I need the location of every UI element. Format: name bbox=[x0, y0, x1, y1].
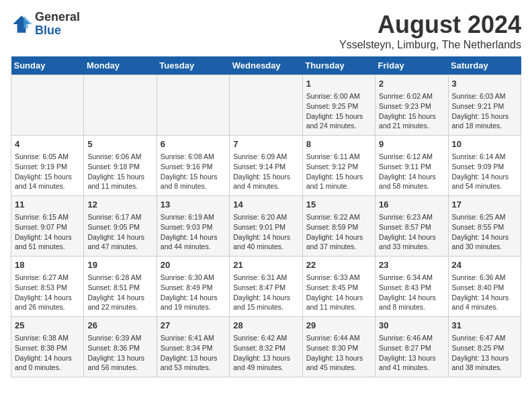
day-number: 20 bbox=[161, 259, 226, 271]
day-number: 28 bbox=[233, 320, 298, 332]
calendar-cell bbox=[84, 75, 157, 136]
calendar-cell bbox=[230, 75, 302, 136]
calendar-cell: 9Sunrise: 6:12 AM Sunset: 9:11 PM Daylig… bbox=[375, 136, 448, 196]
day-info: Sunrise: 6:09 AM Sunset: 9:14 PM Dayligh… bbox=[233, 152, 298, 191]
logo-blue-text: Blue bbox=[35, 24, 80, 38]
day-info: Sunrise: 6:28 AM Sunset: 8:51 PM Dayligh… bbox=[87, 273, 152, 312]
calendar-cell: 23Sunrise: 6:34 AM Sunset: 8:43 PM Dayli… bbox=[375, 257, 448, 317]
calendar-week-row: 4Sunrise: 6:05 AM Sunset: 9:19 PM Daylig… bbox=[11, 136, 521, 196]
day-number: 15 bbox=[306, 199, 371, 211]
calendar-cell: 1Sunrise: 6:00 AM Sunset: 9:25 PM Daylig… bbox=[302, 75, 375, 136]
day-number: 31 bbox=[452, 320, 517, 332]
calendar-cell: 22Sunrise: 6:33 AM Sunset: 8:45 PM Dayli… bbox=[302, 257, 375, 317]
day-info: Sunrise: 6:23 AM Sunset: 8:57 PM Dayligh… bbox=[379, 212, 444, 252]
calendar-cell: 31Sunrise: 6:47 AM Sunset: 8:25 PM Dayli… bbox=[448, 317, 521, 377]
title-block: August 2024 Ysselsteyn, Limburg, The Net… bbox=[339, 11, 521, 51]
logo-text: General Blue bbox=[35, 11, 80, 38]
column-header-friday: Friday bbox=[375, 56, 448, 75]
calendar-cell bbox=[157, 75, 229, 136]
day-number: 22 bbox=[306, 259, 371, 271]
day-info: Sunrise: 6:38 AM Sunset: 8:38 PM Dayligh… bbox=[15, 333, 80, 373]
day-info: Sunrise: 6:14 AM Sunset: 9:09 PM Dayligh… bbox=[452, 152, 517, 191]
day-number: 25 bbox=[15, 320, 80, 332]
day-info: Sunrise: 6:19 AM Sunset: 9:03 PM Dayligh… bbox=[161, 212, 226, 252]
day-number: 23 bbox=[379, 259, 444, 271]
day-number: 10 bbox=[452, 138, 517, 150]
day-info: Sunrise: 6:33 AM Sunset: 8:45 PM Dayligh… bbox=[306, 273, 371, 312]
day-number: 16 bbox=[379, 199, 444, 211]
day-info: Sunrise: 6:25 AM Sunset: 8:55 PM Dayligh… bbox=[452, 212, 517, 252]
day-number: 14 bbox=[233, 199, 298, 211]
calendar-cell: 4Sunrise: 6:05 AM Sunset: 9:19 PM Daylig… bbox=[11, 136, 84, 196]
day-info: Sunrise: 6:02 AM Sunset: 9:23 PM Dayligh… bbox=[379, 91, 444, 131]
calendar-cell: 28Sunrise: 6:42 AM Sunset: 8:32 PM Dayli… bbox=[230, 317, 302, 377]
day-number: 4 bbox=[15, 138, 80, 150]
calendar-cell: 5Sunrise: 6:06 AM Sunset: 9:18 PM Daylig… bbox=[84, 136, 157, 196]
day-number: 18 bbox=[15, 259, 80, 271]
day-info: Sunrise: 6:47 AM Sunset: 8:25 PM Dayligh… bbox=[452, 333, 517, 373]
calendar-cell: 13Sunrise: 6:19 AM Sunset: 9:03 PM Dayli… bbox=[157, 196, 229, 257]
calendar-week-row: 25Sunrise: 6:38 AM Sunset: 8:38 PM Dayli… bbox=[11, 317, 521, 377]
header-row: SundayMondayTuesdayWednesdayThursdayFrid… bbox=[11, 56, 521, 75]
day-number: 3 bbox=[452, 78, 517, 90]
day-info: Sunrise: 6:03 AM Sunset: 9:21 PM Dayligh… bbox=[452, 91, 517, 131]
subtitle: Ysselsteyn, Limburg, The Netherlands bbox=[339, 39, 521, 51]
logo: General Blue bbox=[11, 11, 80, 38]
calendar-cell: 30Sunrise: 6:46 AM Sunset: 8:27 PM Dayli… bbox=[375, 317, 448, 377]
day-info: Sunrise: 6:34 AM Sunset: 8:43 PM Dayligh… bbox=[379, 273, 444, 312]
day-number: 17 bbox=[452, 199, 517, 211]
day-info: Sunrise: 6:00 AM Sunset: 9:25 PM Dayligh… bbox=[306, 91, 371, 131]
day-info: Sunrise: 6:30 AM Sunset: 8:49 PM Dayligh… bbox=[161, 273, 226, 312]
day-info: Sunrise: 6:08 AM Sunset: 9:16 PM Dayligh… bbox=[161, 152, 226, 191]
day-number: 12 bbox=[87, 199, 152, 211]
column-header-sunday: Sunday bbox=[11, 56, 84, 75]
day-info: Sunrise: 6:15 AM Sunset: 9:07 PM Dayligh… bbox=[15, 212, 80, 252]
day-number: 9 bbox=[379, 138, 444, 150]
day-info: Sunrise: 6:05 AM Sunset: 9:19 PM Dayligh… bbox=[15, 152, 80, 191]
day-info: Sunrise: 6:46 AM Sunset: 8:27 PM Dayligh… bbox=[379, 333, 444, 373]
calendar-cell: 6Sunrise: 6:08 AM Sunset: 9:16 PM Daylig… bbox=[157, 136, 229, 196]
calendar-cell: 7Sunrise: 6:09 AM Sunset: 9:14 PM Daylig… bbox=[230, 136, 302, 196]
day-info: Sunrise: 6:11 AM Sunset: 9:12 PM Dayligh… bbox=[306, 152, 371, 191]
day-info: Sunrise: 6:20 AM Sunset: 9:01 PM Dayligh… bbox=[233, 212, 298, 252]
calendar-week-row: 18Sunrise: 6:27 AM Sunset: 8:53 PM Dayli… bbox=[11, 257, 521, 317]
day-number: 19 bbox=[87, 259, 152, 271]
column-header-tuesday: Tuesday bbox=[157, 56, 229, 75]
day-number: 8 bbox=[306, 138, 371, 150]
column-header-wednesday: Wednesday bbox=[230, 56, 302, 75]
logo-general-text: General bbox=[35, 11, 80, 24]
svg-marker-1 bbox=[24, 15, 32, 28]
day-info: Sunrise: 6:44 AM Sunset: 8:30 PM Dayligh… bbox=[306, 333, 371, 373]
calendar-cell: 25Sunrise: 6:38 AM Sunset: 8:38 PM Dayli… bbox=[11, 317, 84, 377]
calendar-cell: 27Sunrise: 6:41 AM Sunset: 8:34 PM Dayli… bbox=[157, 317, 229, 377]
calendar-cell bbox=[11, 75, 84, 136]
column-header-saturday: Saturday bbox=[448, 56, 521, 75]
calendar-cell: 24Sunrise: 6:36 AM Sunset: 8:40 PM Dayli… bbox=[448, 257, 521, 317]
day-number: 29 bbox=[306, 320, 371, 332]
calendar-cell: 14Sunrise: 6:20 AM Sunset: 9:01 PM Dayli… bbox=[230, 196, 302, 257]
calendar-week-row: 11Sunrise: 6:15 AM Sunset: 9:07 PM Dayli… bbox=[11, 196, 521, 257]
day-info: Sunrise: 6:42 AM Sunset: 8:32 PM Dayligh… bbox=[233, 333, 298, 373]
day-info: Sunrise: 6:27 AM Sunset: 8:53 PM Dayligh… bbox=[15, 273, 80, 312]
calendar-cell: 17Sunrise: 6:25 AM Sunset: 8:55 PM Dayli… bbox=[448, 196, 521, 257]
day-number: 2 bbox=[379, 78, 444, 90]
day-number: 13 bbox=[161, 199, 226, 211]
column-header-monday: Monday bbox=[84, 56, 157, 75]
day-info: Sunrise: 6:36 AM Sunset: 8:40 PM Dayligh… bbox=[452, 273, 517, 312]
calendar-cell: 26Sunrise: 6:39 AM Sunset: 8:36 PM Dayli… bbox=[84, 317, 157, 377]
day-number: 6 bbox=[161, 138, 226, 150]
calendar-cell: 2Sunrise: 6:02 AM Sunset: 9:23 PM Daylig… bbox=[375, 75, 448, 136]
day-info: Sunrise: 6:31 AM Sunset: 8:47 PM Dayligh… bbox=[233, 273, 298, 312]
logo-icon bbox=[11, 13, 32, 35]
column-header-thursday: Thursday bbox=[302, 56, 375, 75]
calendar-cell: 12Sunrise: 6:17 AM Sunset: 9:05 PM Dayli… bbox=[84, 196, 157, 257]
day-number: 26 bbox=[87, 320, 152, 332]
day-number: 30 bbox=[379, 320, 444, 332]
day-number: 11 bbox=[15, 199, 80, 211]
day-number: 21 bbox=[233, 259, 298, 271]
day-info: Sunrise: 6:22 AM Sunset: 8:59 PM Dayligh… bbox=[306, 212, 371, 252]
day-number: 27 bbox=[161, 320, 226, 332]
calendar-cell: 20Sunrise: 6:30 AM Sunset: 8:49 PM Dayli… bbox=[157, 257, 229, 317]
day-info: Sunrise: 6:39 AM Sunset: 8:36 PM Dayligh… bbox=[87, 333, 152, 373]
day-info: Sunrise: 6:41 AM Sunset: 8:34 PM Dayligh… bbox=[161, 333, 226, 373]
